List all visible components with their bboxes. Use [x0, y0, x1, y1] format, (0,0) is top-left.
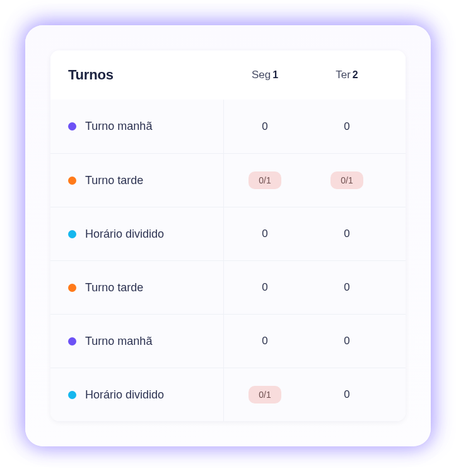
table-header: Turnos Seg1 Ter2 [50, 50, 406, 100]
table-body: Turno manhã00Turno tarde0/10/1Horário di… [50, 100, 406, 421]
shift-value-cell[interactable]: 0/1 [306, 171, 388, 189]
color-dot-icon [68, 177, 76, 185]
day-number: 2 [353, 69, 358, 80]
color-dot-icon [68, 284, 76, 292]
table-row[interactable]: Turno tarde0/10/1 [50, 153, 406, 207]
table-row[interactable]: Horário dividido00 [50, 207, 406, 260]
shift-name-label: Horário dividido [85, 388, 164, 402]
shift-value-cell[interactable]: 0/1 [224, 386, 306, 403]
table-row[interactable]: Horário dividido0/10 [50, 368, 406, 421]
status-badge: 0/1 [248, 171, 281, 189]
value-text: 0 [262, 335, 267, 347]
day-header-1: Ter2 [306, 69, 388, 81]
table-row[interactable]: Turno tarde00 [50, 260, 406, 314]
table-row[interactable]: Turno manhã00 [50, 314, 406, 368]
value-text: 0 [262, 281, 267, 294]
day-abbrev: Ter [336, 69, 351, 81]
shift-name-cell: Turno manhã [68, 315, 224, 368]
value-text: 0 [344, 335, 349, 347]
shift-value-cell[interactable]: 0 [224, 228, 306, 240]
shift-value-cell[interactable]: 0 [224, 335, 306, 347]
color-dot-icon [68, 230, 76, 238]
shift-value-cell[interactable]: 0 [224, 281, 306, 294]
shift-value-cell[interactable]: 0/1 [224, 171, 306, 189]
shift-name-label: Turno tarde [85, 174, 143, 187]
shift-name-cell: Horário dividido [68, 207, 224, 260]
value-text: 0 [344, 228, 349, 240]
color-dot-icon [68, 391, 76, 399]
shift-name-cell: Horário dividido [68, 368, 224, 421]
value-text: 0 [344, 388, 349, 401]
value-text: 0 [344, 120, 349, 133]
day-abbrev: Seg [252, 69, 271, 81]
value-text: 0 [262, 120, 267, 133]
status-badge: 0/1 [248, 386, 281, 403]
shift-value-cell[interactable]: 0 [306, 228, 388, 240]
panel-container: Turnos Seg1 Ter2 Turno manhã00Turno tard… [25, 25, 431, 446]
value-text: 0 [262, 228, 267, 240]
page-title: Turnos [68, 67, 224, 83]
shifts-card: Turnos Seg1 Ter2 Turno manhã00Turno tard… [50, 50, 406, 421]
shift-value-cell[interactable]: 0 [306, 388, 388, 401]
shift-name-cell: Turno tarde [68, 154, 224, 207]
shift-name-cell: Turno tarde [68, 261, 224, 314]
shift-value-cell[interactable]: 0 [306, 335, 388, 347]
shift-name-label: Turno manhã [85, 120, 152, 133]
shift-name-label: Turno tarde [85, 281, 143, 294]
day-number: 1 [272, 69, 278, 80]
value-text: 0 [344, 281, 349, 294]
table-row[interactable]: Turno manhã00 [50, 100, 406, 153]
status-badge: 0/1 [330, 171, 363, 189]
shift-value-cell[interactable]: 0 [306, 120, 388, 133]
shift-name-label: Horário dividido [85, 228, 164, 241]
color-dot-icon [68, 337, 76, 345]
shift-value-cell[interactable]: 0 [306, 281, 388, 294]
day-header-0: Seg1 [224, 69, 306, 81]
shift-value-cell[interactable]: 0 [224, 120, 306, 133]
shift-name-label: Turno manhã [85, 335, 152, 348]
color-dot-icon [68, 122, 76, 131]
shift-name-cell: Turno manhã [68, 100, 224, 153]
